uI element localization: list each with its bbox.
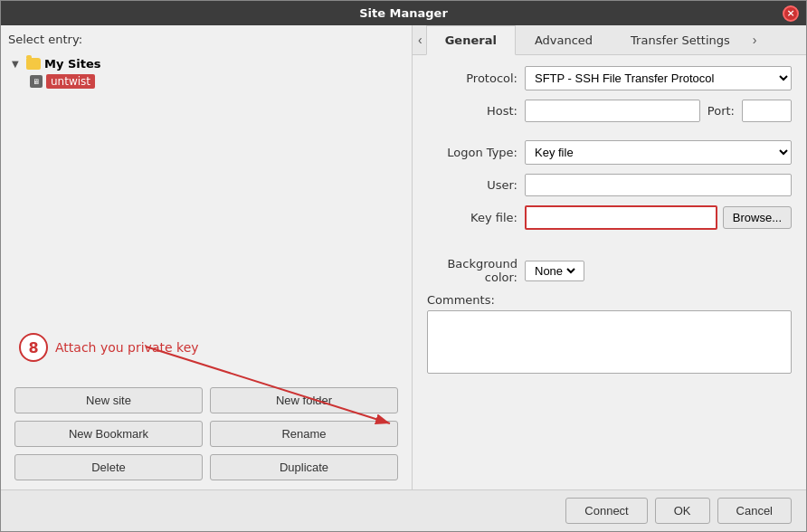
protocol-select[interactable]: SFTP - SSH File Transfer Protocol bbox=[525, 66, 792, 90]
site-manager-dialog: Site Manager × Select entry: ▼ My Sites … bbox=[0, 0, 807, 532]
tree-arrow-icon: ▼ bbox=[12, 59, 23, 69]
host-port-inputs: Port: bbox=[525, 100, 792, 122]
tab-prev-button[interactable]: ‹ bbox=[414, 25, 426, 54]
key-file-inputs: Browse... bbox=[525, 205, 792, 230]
tab-next-button[interactable]: › bbox=[749, 25, 761, 54]
user-row: User: bbox=[427, 174, 792, 196]
bg-color-select[interactable]: None bbox=[531, 263, 578, 279]
bg-color-label: Background color: bbox=[427, 257, 517, 284]
bg-color-row: Background color: None bbox=[427, 257, 792, 284]
dialog-footer: Connect OK Cancel bbox=[1, 489, 806, 531]
tab-advanced[interactable]: Advanced bbox=[516, 25, 612, 55]
site-icon: 🖥 bbox=[30, 75, 43, 88]
port-input[interactable] bbox=[742, 100, 792, 122]
comments-label: Comments: bbox=[427, 293, 792, 307]
bg-color-select-wrap: None bbox=[525, 261, 584, 281]
logon-type-label: Logon Type: bbox=[427, 146, 517, 159]
annotation-text: Attach you private key bbox=[55, 340, 199, 355]
bottom-buttons: New site New folder New Bookmark Rename … bbox=[1, 378, 412, 489]
host-input[interactable] bbox=[525, 100, 700, 122]
new-bookmark-button[interactable]: New Bookmark bbox=[14, 421, 203, 447]
tree-area: ▼ My Sites 🖥 untwist bbox=[1, 52, 412, 315]
titlebar: Site Manager × bbox=[1, 1, 806, 25]
user-input[interactable] bbox=[525, 174, 792, 196]
left-panel: Select entry: ▼ My Sites 🖥 untwist bbox=[1, 25, 413, 489]
logon-type-select[interactable]: Key file bbox=[525, 140, 792, 165]
site-badge: untwist bbox=[46, 74, 95, 89]
connect-button[interactable]: Connect bbox=[565, 498, 647, 524]
annotation-area: 8 Attach you private key bbox=[1, 315, 412, 378]
select-entry-label: Select entry: bbox=[1, 33, 412, 52]
new-folder-button[interactable]: New folder bbox=[210, 387, 398, 413]
form-area: Protocol: SFTP - SSH File Transfer Proto… bbox=[413, 55, 806, 489]
protocol-row: Protocol: SFTP - SSH File Transfer Proto… bbox=[427, 66, 792, 90]
rename-button[interactable]: Rename bbox=[210, 421, 398, 447]
browse-button[interactable]: Browse... bbox=[723, 206, 792, 229]
close-button[interactable]: × bbox=[783, 5, 799, 22]
host-label: Host: bbox=[427, 104, 517, 118]
port-label: Port: bbox=[707, 104, 735, 118]
tab-general[interactable]: General bbox=[426, 25, 516, 55]
comments-textarea[interactable] bbox=[427, 310, 792, 374]
dialog-title: Site Manager bbox=[359, 6, 448, 20]
main-content: Select entry: ▼ My Sites 🖥 untwist bbox=[1, 25, 806, 489]
key-file-row: Key file: Browse... bbox=[427, 205, 792, 230]
annotation-circle: 8 bbox=[19, 333, 48, 362]
my-sites-label: My Sites bbox=[44, 57, 101, 71]
folder-icon bbox=[26, 58, 41, 70]
right-panel: ‹ General Advanced Transfer Settings › P… bbox=[413, 25, 806, 489]
cancel-button[interactable]: Cancel bbox=[717, 498, 792, 524]
user-label: User: bbox=[427, 178, 517, 192]
ok-button[interactable]: OK bbox=[655, 498, 710, 524]
protocol-label: Protocol: bbox=[427, 71, 517, 85]
key-file-label: Key file: bbox=[427, 211, 517, 224]
host-port-row: Host: Port: bbox=[427, 100, 792, 122]
logon-type-row: Logon Type: Key file bbox=[427, 140, 792, 165]
delete-button[interactable]: Delete bbox=[14, 454, 203, 480]
tabs-bar: ‹ General Advanced Transfer Settings › bbox=[413, 25, 806, 55]
duplicate-button[interactable]: Duplicate bbox=[210, 454, 398, 480]
tree-child: 🖥 untwist bbox=[26, 72, 404, 90]
comments-section: Comments: bbox=[427, 293, 792, 376]
key-file-input[interactable] bbox=[525, 205, 717, 230]
tree-item-my-sites[interactable]: ▼ My Sites bbox=[8, 55, 404, 72]
tab-transfer-settings[interactable]: Transfer Settings bbox=[612, 25, 749, 55]
tree-item-untwist[interactable]: 🖥 untwist bbox=[26, 72, 404, 90]
new-site-button[interactable]: New site bbox=[14, 387, 203, 413]
